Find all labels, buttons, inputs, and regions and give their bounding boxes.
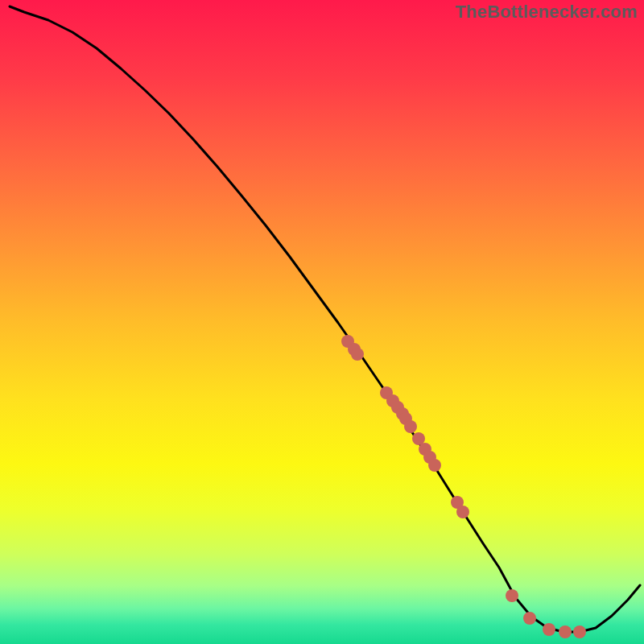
data-dot xyxy=(456,506,469,518)
data-dot xyxy=(404,420,417,433)
data-dot xyxy=(506,589,518,602)
data-dot xyxy=(523,612,536,625)
watermark-text: TheBottlenecker.com xyxy=(456,2,638,23)
bottleneck-curve xyxy=(10,6,640,632)
chart-frame: TheBottlenecker.com xyxy=(0,0,644,644)
data-dot xyxy=(559,625,572,638)
data-dot xyxy=(543,623,555,636)
data-dot xyxy=(351,348,364,361)
chart-overlay xyxy=(0,0,644,644)
data-dot xyxy=(573,625,586,638)
data-dot xyxy=(428,459,441,472)
